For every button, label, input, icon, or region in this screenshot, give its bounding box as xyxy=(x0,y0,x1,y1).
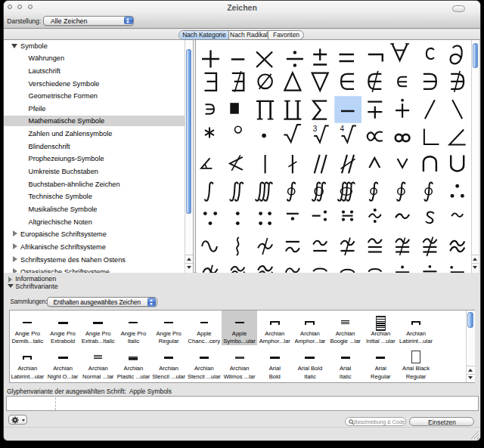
svg-text:4: 4 xyxy=(340,125,345,133)
svg-text:3: 3 xyxy=(313,125,318,133)
